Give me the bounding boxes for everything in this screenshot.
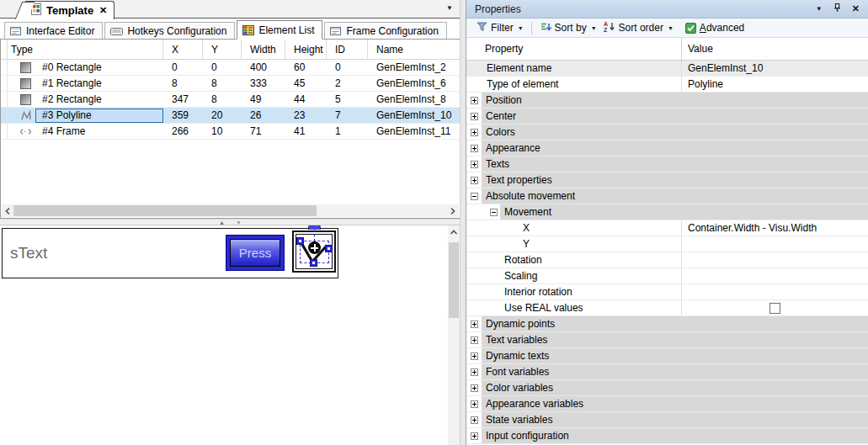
property-group-row[interactable]: Text properties <box>466 172 868 188</box>
scrollbar-track[interactable] <box>13 204 447 217</box>
expand-icon[interactable] <box>471 400 478 408</box>
table-row[interactable]: #1 Rectangle88333452GenElemInst_6 <box>1 76 460 92</box>
property-group-row[interactable]: Colors <box>466 124 868 140</box>
property-group-row[interactable]: Appearance variables <box>466 396 868 412</box>
selection-handle-bottom[interactable] <box>310 259 317 267</box>
selection-center-handle[interactable] <box>308 241 321 254</box>
property-group-row[interactable]: Dynamic points <box>466 316 868 332</box>
property-group-row[interactable]: Text variables <box>466 332 868 348</box>
sort-order-button[interactable]: AZ Sort order ▼ <box>600 21 677 34</box>
property-row[interactable]: Element nameGenElemInst_10 <box>466 61 868 77</box>
press-button-element[interactable]: Press <box>226 235 285 271</box>
advanced-checkbox[interactable] <box>685 23 696 34</box>
property-row[interactable]: Interior rotation <box>466 284 868 300</box>
property-group-row[interactable]: Appearance <box>466 140 868 156</box>
property-value[interactable] <box>681 268 868 283</box>
subtab-hotkeys-configuration[interactable]: Hotkeys Configuration <box>104 22 235 39</box>
column-header-y[interactable]: Y <box>203 40 242 59</box>
vertical-pane-splitter[interactable] <box>460 0 466 445</box>
property-group-row[interactable]: Center <box>466 109 868 124</box>
column-header-name[interactable]: Name <box>368 40 460 59</box>
table-row[interactable]: #0 Rectangle00400600GenElemInst_2 <box>1 60 460 76</box>
column-header-x[interactable]: X <box>163 40 203 59</box>
property-row[interactable]: Y <box>466 236 868 252</box>
expand-icon[interactable] <box>471 432 478 440</box>
property-label: Scaling <box>466 268 681 283</box>
collapse-icon[interactable] <box>471 193 478 200</box>
property-group-row[interactable]: Texts <box>466 156 868 172</box>
property-value[interactable]: Polyline <box>681 77 868 92</box>
preview-scrollbar-thumb[interactable] <box>449 242 459 318</box>
tab-template[interactable]: Template ✕ <box>25 1 114 19</box>
column-header-height[interactable]: Height <box>285 40 327 59</box>
property-row[interactable]: Rotation <box>466 252 868 268</box>
property-group-row[interactable]: State variables <box>466 412 868 428</box>
property-group-row[interactable]: Color variables <box>466 380 868 396</box>
splitter-down-icon[interactable]: ▼ <box>236 220 242 225</box>
cell-y: 8 <box>203 76 242 91</box>
property-group-row[interactable]: Dynamic texts <box>466 348 868 364</box>
table-row[interactable]: #4 Frame2661071411GenElemInst_11 <box>1 124 460 140</box>
subtab-interface-editor[interactable]: Interface Editor <box>4 22 103 39</box>
text-element[interactable]: sText <box>10 244 47 262</box>
property-row[interactable]: Scaling <box>466 268 868 284</box>
collapse-icon[interactable] <box>490 209 498 216</box>
sort-by-button[interactable]: Sort by ▼ <box>536 22 600 34</box>
property-row[interactable]: Use REAL values <box>466 300 868 316</box>
use-real-values-checkbox[interactable] <box>769 303 780 314</box>
expand-icon[interactable] <box>471 321 478 328</box>
expand-icon[interactable] <box>471 177 478 184</box>
property-row[interactable]: XContainer.Width - Visu.Width <box>466 220 868 236</box>
splitter-up-icon[interactable]: ▲ <box>219 220 225 225</box>
preview-vertical-scrollbar[interactable] <box>448 225 460 445</box>
property-row[interactable]: Type of elementPolyline <box>466 77 868 93</box>
property-value[interactable]: Container.Width - Visu.Width <box>681 220 868 236</box>
expand-icon[interactable] <box>471 416 478 424</box>
column-header-type[interactable]: Type <box>8 40 163 59</box>
tab-list-dropdown-icon[interactable]: ▼ <box>446 4 453 12</box>
template-canvas[interactable] <box>2 228 338 278</box>
property-group-row[interactable]: Input configuration <box>466 428 868 444</box>
pin-icon[interactable] <box>833 3 842 15</box>
table-row[interactable]: #2 Rectangle347849445GenElemInst_8 <box>1 92 460 108</box>
selection-handle-right[interactable] <box>325 245 333 252</box>
property-value[interactable] <box>681 252 868 268</box>
property-group-row[interactable]: Absolute movement <box>466 188 868 204</box>
property-group-row[interactable]: Position <box>466 93 868 109</box>
property-value[interactable]: GenElemInst_10 <box>681 61 868 76</box>
table-row[interactable]: #3 Polyline3592026237GenElemInst_10 <box>1 108 460 124</box>
horizontal-scrollbar[interactable] <box>2 204 459 217</box>
subtab-element-list[interactable]: Element List <box>237 20 322 40</box>
scroll-up-icon[interactable] <box>448 225 460 238</box>
expand-icon[interactable] <box>471 161 478 168</box>
horizontal-splitter[interactable]: ▲ ▼ <box>0 219 460 225</box>
subtab-label: Hotkeys Configuration <box>127 25 226 37</box>
expand-icon[interactable] <box>471 336 478 344</box>
property-value[interactable] <box>681 300 868 315</box>
panel-close-icon[interactable]: ✕ <box>852 3 860 14</box>
value-column-header[interactable]: Value <box>681 38 868 60</box>
expand-icon[interactable] <box>471 368 478 376</box>
panel-menu-dropdown-icon[interactable]: ▼ <box>816 5 823 13</box>
scroll-left-icon[interactable] <box>2 204 13 217</box>
expand-icon[interactable] <box>471 145 478 152</box>
expand-icon[interactable] <box>471 352 478 360</box>
expand-icon[interactable] <box>471 97 478 104</box>
selection-handle-top-left[interactable] <box>296 237 304 245</box>
column-header-id[interactable]: ID <box>327 40 368 59</box>
property-value[interactable] <box>681 236 868 252</box>
property-value[interactable] <box>681 284 868 299</box>
subtab-frame-configuration[interactable]: Frame Configuration <box>324 22 446 39</box>
advanced-toggle[interactable]: Advanced <box>682 22 748 34</box>
property-column-header[interactable]: Property <box>466 38 681 60</box>
scroll-right-icon[interactable] <box>447 204 459 217</box>
filter-button[interactable]: Filter ▼ <box>473 22 527 34</box>
property-group-row[interactable]: Font variables <box>466 364 868 380</box>
tab-close-icon[interactable]: ✕ <box>99 5 107 16</box>
expand-icon[interactable] <box>471 384 478 392</box>
expand-icon[interactable] <box>471 113 478 120</box>
property-group-row[interactable]: Movement <box>466 204 868 220</box>
expand-icon[interactable] <box>471 129 478 136</box>
column-header-width[interactable]: Width <box>242 40 285 59</box>
scrollbar-thumb[interactable] <box>13 205 317 216</box>
